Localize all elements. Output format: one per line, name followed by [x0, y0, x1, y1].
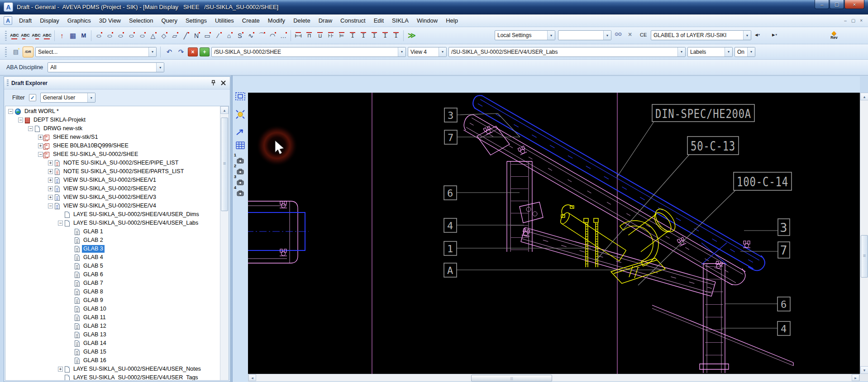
tree-item-label[interactable]: LAYE SU-SIKLA_SU-0002/SHEE/V4/USER_Notes — [72, 365, 202, 373]
tree-item[interactable]: −Draft WORL * — [5, 107, 220, 116]
tree-item[interactable]: −GLAB 9 — [5, 296, 220, 305]
menu-graphics[interactable]: Graphics — [63, 15, 95, 26]
menu-draft[interactable]: Draft — [15, 15, 36, 26]
view-combo[interactable]: View 4 ▾ — [408, 47, 447, 57]
expand-icon[interactable]: + — [48, 178, 53, 183]
draw-spline-icon[interactable]: S — [234, 30, 245, 42]
tree-item[interactable]: +LAYE SU-SIKLA_SU-0002/SHEE/V4/USER_Note… — [5, 365, 220, 373]
revision-icon[interactable]: ◆ Rev — [828, 30, 840, 40]
dim-axis-5-icon[interactable]: I — [391, 30, 401, 42]
tree-scrollbar[interactable]: ▴ — [220, 106, 229, 380]
dim-axis-2-icon[interactable]: I — [358, 30, 369, 42]
add-button[interactable]: + — [200, 47, 210, 57]
tree-item[interactable]: −SHEE SU-SIKLA_SU-0002/SHEE — [5, 150, 220, 159]
dim-aligned-icon[interactable]: ⊓ — [304, 30, 315, 42]
mdi-restore-button[interactable]: ▢ — [851, 18, 855, 23]
expand-icon[interactable]: + — [38, 135, 43, 140]
tree-item-label[interactable]: VIEW SU-SIKLA_SU-0002/SHEE/V3 — [62, 193, 157, 201]
tree-item-label[interactable]: NOTE SU-SIKLA_SU-0002/SHEE/PIPE_LIST — [62, 159, 180, 167]
tree-item-label[interactable]: NOTE SU-SIKLA_SU-0002/SHEE/PARTS_LIST — [62, 168, 185, 175]
draw-arc-icon[interactable]: ⌒ — [256, 30, 267, 42]
scrollbar-thumb[interactable] — [471, 375, 552, 382]
scroll-down-icon[interactable]: ▾ — [860, 366, 868, 374]
scroll-up-icon[interactable]: ▴ — [860, 93, 868, 100]
drawing-label[interactable]: 50-C-13 — [596, 137, 739, 261]
expand-icon[interactable]: + — [48, 186, 53, 191]
symbol-triangle-icon[interactable]: △ — [148, 30, 158, 42]
drawing-label[interactable]: 7 — [444, 130, 520, 144]
find-combo[interactable]: ▾ — [558, 30, 611, 40]
symbol-ellipse-3-icon[interactable]: ○ — [115, 30, 126, 42]
mdi-document-icon[interactable]: A — [4, 16, 12, 25]
annotate-abc-leader-icon[interactable]: ABC — [31, 30, 42, 42]
tree-item-label[interactable]: GLAB 9 — [82, 297, 105, 304]
tree-item[interactable]: −DEPT SIKLA-Projekt — [5, 116, 220, 124]
dim-angular-icon[interactable]: ⊔ — [315, 30, 325, 42]
tree-item[interactable]: +VIEW SU-SIKLA_SU-0002/SHEE/V1 — [5, 176, 220, 184]
canvas-horizontal-scrollbar[interactable]: ◂ ▸ — [248, 374, 860, 382]
leader-arrow-icon[interactable]: ↑ — [57, 30, 67, 42]
filter-combo[interactable]: General User ▾ — [40, 93, 95, 103]
menu-3d-view[interactable]: 3D View — [95, 15, 125, 26]
more-draw-tools-icon[interactable]: … — [278, 30, 289, 42]
tree-item-label[interactable]: VIEW SU-SIKLA_SU-0002/SHEE/V2 — [62, 185, 157, 193]
clear-find-icon[interactable]: × — [628, 31, 632, 38]
menu-display[interactable]: Display — [36, 15, 63, 26]
draw-line-icon[interactable]: ╱ — [180, 30, 191, 42]
expand-icon[interactable]: + — [48, 169, 53, 174]
tree-item[interactable]: +NOTE SU-SIKLA_SU-0002/SHEE/PIPE_LIST — [5, 159, 220, 167]
menu-create[interactable]: Create — [238, 15, 264, 26]
collapse-icon[interactable]: − — [38, 152, 43, 157]
apply-changes-icon[interactable]: ≫ — [405, 31, 418, 40]
tree-item[interactable]: −GLAB 13 — [5, 330, 220, 339]
drawing-label[interactable]: 6 — [444, 186, 520, 200]
tree-item[interactable]: −LAYE SU-SIKLA_SU-0002/SHEE/V4/USER_Labs — [5, 219, 220, 227]
sheet-path-combo[interactable]: /SU-SIKLA_SU-0002/SHEE ▾ — [211, 47, 406, 57]
mdi-minimize-button[interactable]: – — [844, 18, 847, 23]
draw-polygon-icon[interactable]: ⌂ — [224, 30, 234, 42]
tree-item[interactable]: −GLAB 6 — [5, 270, 220, 279]
collapse-icon[interactable]: − — [58, 221, 63, 226]
scrollbar-thumb[interactable] — [221, 118, 228, 211]
scroll-right-icon[interactable]: ▸ — [852, 374, 859, 381]
tree-item[interactable]: −GLAB 2 — [5, 236, 220, 245]
layer-path-combo[interactable]: /SU-SIKLA_SU-0002/SHEE/V4/USER_Labs ▾ — [448, 47, 686, 57]
collapse-icon[interactable]: − — [18, 118, 23, 123]
view-4-button[interactable]: 4 — [234, 188, 246, 198]
tree-item[interactable]: −LAYE SU-SIKLA_SU-0002/SHEE/V4/USER_Dims — [5, 210, 220, 219]
drawing-label[interactable]: 3 — [744, 219, 790, 236]
tree-item[interactable]: −GLAB 1 — [5, 227, 220, 236]
tree-item[interactable]: +SHEE B0LBA10BQ999/SHEE — [5, 141, 220, 150]
menu-utilities[interactable]: Utilities — [211, 15, 238, 26]
dim-axis-3-icon[interactable]: I — [369, 30, 380, 42]
tree-item[interactable]: −VIEW SU-SIKLA_SU-0002/SHEE/V4 — [5, 202, 220, 210]
tree-item[interactable]: −GLAB 10 — [5, 305, 220, 313]
scroll-left-icon[interactable]: ◂ — [248, 374, 256, 381]
tree-item[interactable]: −GLAB 11 — [5, 313, 220, 322]
tree-item-label[interactable]: LAYE SU-SIKLA_SU-0002/SHEE/V4/USER_Tags — [72, 374, 200, 380]
tree-item-label[interactable]: LAYE SU-SIKLA_SU-0002/SHEE/V4/USER_Dims — [72, 211, 200, 218]
dim-linear-icon[interactable]: ⊢⊣ — [293, 30, 304, 42]
tree-item-label[interactable]: GLAB 10 — [82, 305, 108, 313]
tree-item-label[interactable]: GLAB 4 — [82, 254, 105, 261]
tree-item-label[interactable]: GLAB 1 — [82, 228, 105, 236]
tree-item-label[interactable]: DEPT SIKLA-Projekt — [32, 116, 87, 124]
menu-sikla[interactable]: SIKLA — [388, 15, 413, 26]
symbol-ellipse-5-icon[interactable]: ○ — [137, 30, 148, 42]
symbol-rect-icon[interactable]: ▱ — [169, 30, 180, 42]
symbol-ellipse-4-icon[interactable]: ○ — [126, 30, 137, 42]
explorer-header[interactable]: Draft Explorer — [4, 77, 230, 90]
redo-button[interactable]: ↷ — [176, 47, 186, 57]
draw-rectangle-icon[interactable]: ▭ — [202, 30, 213, 42]
close-button[interactable]: × — [844, 0, 864, 9]
collapse-icon[interactable]: − — [8, 109, 13, 114]
drawing-label[interactable]: 1 — [444, 241, 591, 255]
local-settings-combo[interactable]: Local Settings ▾ — [495, 30, 555, 40]
support-post-left[interactable] — [507, 161, 543, 252]
tree-item[interactable]: −GLAB 8 — [5, 288, 220, 296]
close-icon[interactable] — [219, 79, 227, 87]
tree-item[interactable]: −DRWG new-stk — [5, 124, 220, 133]
tree-item-label[interactable]: SHEE SU-SIKLA_SU-0002/SHEE — [52, 151, 139, 158]
tree-item-label[interactable]: GLAB 5 — [82, 262, 105, 270]
draw-curve-icon[interactable]: ∿ — [245, 30, 256, 42]
